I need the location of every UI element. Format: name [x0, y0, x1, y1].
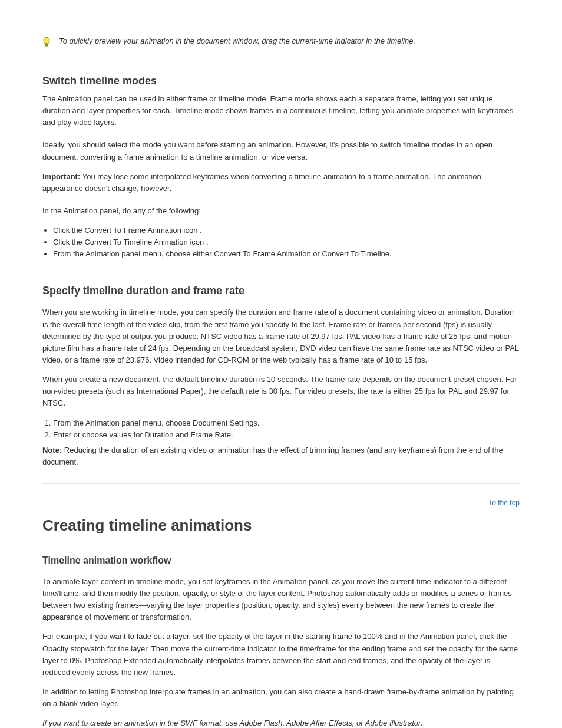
duration-body2: When you create a new document, the defa…: [42, 374, 520, 409]
list-item: From the Animation panel menu, choose Do…: [53, 417, 520, 429]
switch-bullet-list: Click the Convert To Frame Animation ico…: [53, 225, 520, 260]
lightbulb-icon: [42, 37, 51, 51]
list-item: Enter or choose values for Duration and …: [53, 429, 520, 441]
heading-duration: Specify timeline duration and frame rate: [42, 283, 520, 299]
duration-body: When you are working in timeline mode, y…: [42, 307, 520, 366]
intro-tip-text: If you want to create an animation in th…: [42, 719, 423, 727]
section-title: Creating timeline animations: [42, 513, 520, 537]
duration-steps: From the Animation panel menu, choose Do…: [53, 417, 520, 441]
bullet-lead: In the Animation panel, do any of the fo…: [42, 205, 520, 217]
important-text: You may lose some interpolated keyframes…: [42, 172, 481, 193]
note-label: Note:: [42, 446, 62, 454]
tip-text: To quickly preview your animation in the…: [59, 35, 520, 47]
intro-tip: If you want to create an animation in th…: [42, 717, 520, 728]
subhead-workflow: Timeline animation workflow: [42, 554, 520, 568]
svg-rect-0: [45, 44, 48, 46]
intro-p3: In addition to letting Photoshop interpo…: [42, 686, 520, 710]
heading-switch-modes: Switch timeline modes: [42, 73, 520, 90]
switch-important: Important: You may lose some interpolate…: [42, 171, 520, 195]
switch-lead2: Ideally, you should select the mode you …: [42, 139, 520, 163]
note-text: Reducing the duration of an existing vid…: [42, 446, 503, 466]
list-item: Click the Convert To Timeline Animation …: [53, 236, 520, 248]
list-item: From the Animation panel menu, choose ei…: [53, 248, 520, 260]
toplink-wrap: To the top: [42, 497, 520, 511]
section-divider: [42, 483, 520, 484]
intro-p1: To animate layer content in timeline mod…: [42, 576, 520, 624]
intro-p2: For example, if you want to fade out a l…: [42, 631, 520, 678]
tip-callout: To quickly preview your animation in the…: [42, 35, 520, 51]
to-the-top-link[interactable]: To the top: [488, 498, 520, 509]
duration-note: Note: Reducing the duration of an existi…: [42, 444, 520, 468]
important-label: Important:: [42, 172, 80, 181]
list-item: Click the Convert To Frame Animation ico…: [53, 225, 520, 236]
switch-lead: The Animation panel can be used in eithe…: [42, 93, 520, 129]
